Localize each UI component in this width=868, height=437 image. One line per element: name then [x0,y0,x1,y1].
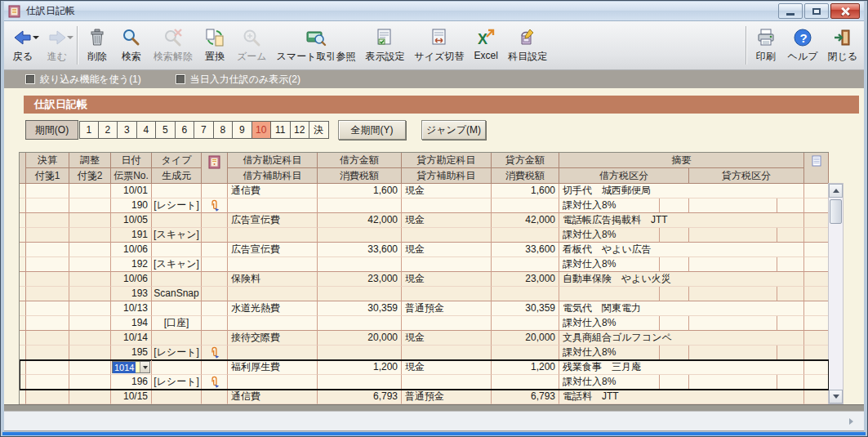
minimize-button[interactable] [778,3,803,19]
toolbar-button-zoom[interactable]: ズーム [232,23,272,68]
period-month-8[interactable]: 8 [214,121,234,139]
type-cell[interactable] [152,331,202,346]
debit-sub-cell[interactable] [228,346,318,360]
credit-account-cell[interactable]: 現金 [402,184,492,198]
debit-amount-cell[interactable]: 6,793 [318,390,402,404]
voucher-no-cell[interactable]: 196 [111,375,152,390]
period-month-3[interactable]: 3 [118,121,137,139]
checkbox-icon[interactable] [25,74,35,84]
memo-cell[interactable]: 電気代 関東電力 [559,301,804,316]
fusen1-cell[interactable] [26,316,69,331]
credit-account-cell[interactable]: 普通預金 [402,301,492,316]
period-month-6[interactable]: 6 [176,121,195,139]
credit-tax-class-cell[interactable] [689,228,777,243]
kessan-cell[interactable] [26,213,69,228]
chousei-cell[interactable] [69,360,111,375]
debit-tax-amount-cell[interactable] [318,316,402,331]
all-period-button[interactable]: 全期間(Y) [338,120,406,140]
toolbar-button-excel[interactable]: XExcel [469,23,503,68]
fusen2-cell[interactable] [69,375,111,390]
chousei-cell[interactable] [69,243,111,257]
fusen2-cell[interactable] [69,346,111,360]
fusen2-cell[interactable] [69,198,111,213]
credit-sub-cell[interactable] [402,198,492,213]
debit-tax-amount-cell[interactable] [318,287,402,301]
type-cell[interactable] [152,184,202,198]
source-cell[interactable]: ScanSnap [152,287,202,301]
jump-button[interactable]: ジャンプ(M) [421,120,486,140]
credit-account-cell[interactable]: 現金 [402,213,492,228]
credit-account-cell[interactable]: 普通預金 [402,390,492,404]
debit-sub-cell[interactable] [228,316,318,331]
credit-tax-amount-cell[interactable] [492,228,559,243]
voucher-no-cell[interactable]: 195 [111,346,152,360]
debit-account-cell[interactable]: 通信費 [228,390,318,404]
credit-account-cell[interactable]: 現金 [402,360,492,375]
source-cell[interactable]: [レシート] [152,198,202,213]
date-dropdown-button[interactable] [140,362,149,372]
fusen1-cell[interactable] [26,346,69,360]
memo-cell[interactable]: 文具商組合ゴルフコンペ [559,331,804,346]
credit-amount-cell[interactable]: 6,793 [492,390,559,404]
debit-tax-amount-cell[interactable] [318,198,402,213]
source-cell[interactable]: [スキャン] [152,228,202,243]
dropdown-caret-icon[interactable] [67,36,73,39]
kessan-cell[interactable] [26,301,69,316]
period-button[interactable]: 期間(O) [25,120,78,140]
credit-sub-cell[interactable] [402,228,492,243]
scroll-down-button[interactable] [829,390,843,404]
credit-account-cell[interactable]: 現金 [402,331,492,346]
credit-tax-amount-cell[interactable] [492,198,559,213]
period-month-10[interactable]: 10 [252,121,272,139]
paperclip-icon[interactable] [202,198,228,213]
credit-amount-cell[interactable]: 42,000 [492,213,559,228]
today-only-checkbox[interactable]: 当日入力仕訳のみ表示(2) [176,73,300,87]
type-cell[interactable] [152,272,202,287]
source-cell[interactable]: [スキャン] [152,257,202,272]
type-cell[interactable] [152,243,202,257]
toolbar-button-close[interactable]: 閉じる [822,23,862,68]
credit-tax-amount-cell[interactable] [492,346,559,360]
credit-sub-cell[interactable] [402,346,492,360]
debit-tax-class-cell[interactable]: 課対仕入8% [559,198,660,213]
debit-tax-amount-cell[interactable] [318,375,402,390]
credit-tax-amount-cell[interactable] [492,375,559,390]
debit-account-cell[interactable]: 保険料 [228,272,318,287]
chousei-cell[interactable] [69,390,111,404]
close-button[interactable] [830,3,860,19]
fusen1-cell[interactable] [26,198,69,213]
date-cell[interactable]: 10/14 [111,331,152,346]
dropdown-caret-icon[interactable] [33,36,39,39]
toolbar-button-search-clear[interactable]: 検索解除 [149,23,198,68]
memo-cell[interactable]: 電話料 JTT [559,390,804,404]
period-month-1[interactable]: 1 [79,121,99,139]
debit-sub-cell[interactable] [228,287,318,301]
debit-sub-cell[interactable] [228,375,318,390]
voucher-no-cell[interactable]: 191 [111,228,152,243]
credit-sub-cell[interactable] [402,375,492,390]
source-cell[interactable]: [レシート] [152,375,202,390]
scrollbar-thumb[interactable] [830,199,842,224]
period-month-11[interactable]: 11 [271,121,291,139]
credit-sub-cell[interactable] [402,257,492,272]
fusen2-cell[interactable] [69,228,111,243]
voucher-no-cell[interactable]: 190 [111,198,152,213]
debit-account-cell[interactable]: 通信費 [228,184,318,198]
type-cell[interactable] [152,390,202,404]
maximize-button[interactable] [804,3,829,19]
toolbar-button-size-toggle[interactable]: サイズ切替 [409,23,469,68]
debit-account-cell[interactable]: 水道光熱費 [228,301,318,316]
toolbar-button-display-settings[interactable]: 表示設定 [360,23,409,68]
credit-tax-class-cell[interactable] [689,316,777,331]
credit-tax-class-cell[interactable] [689,198,777,213]
toolbar-button-help[interactable]: ?ヘルプ [783,23,823,68]
debit-account-cell[interactable]: 広告宣伝費 [228,213,318,228]
date-cell[interactable]: 10/15 [111,390,152,404]
toolbar-button-print[interactable]: 印刷 [749,23,783,68]
debit-sub-cell[interactable] [228,198,318,213]
toolbar-button-replace[interactable]: 置換 [198,23,232,68]
toolbar-button-back[interactable]: 戻る [6,23,40,68]
chousei-cell[interactable] [69,184,111,198]
credit-sub-cell[interactable] [402,287,492,301]
source-cell[interactable]: [口座] [152,316,202,331]
